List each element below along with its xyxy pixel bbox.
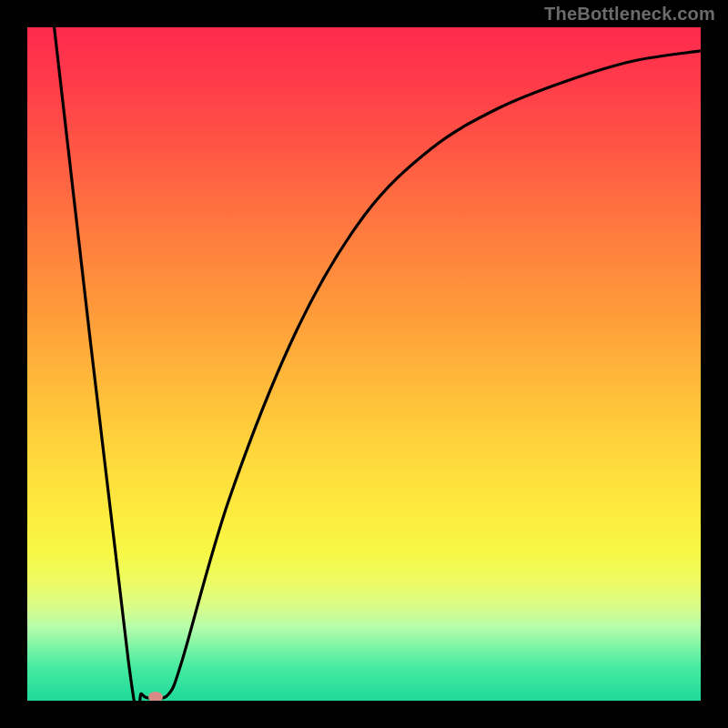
bottleneck-curve [27, 27, 701, 701]
chart-frame: TheBottleneck.com [0, 0, 728, 728]
plot-area [27, 27, 701, 701]
optimum-marker [148, 692, 163, 701]
watermark-text: TheBottleneck.com [544, 4, 715, 25]
curve-path [55, 27, 701, 701]
